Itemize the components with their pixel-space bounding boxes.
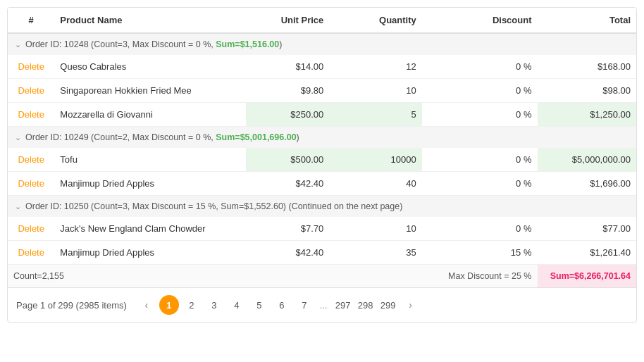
discount-cell: 0 % <box>422 79 538 103</box>
unit-price-cell: $14.00 <box>246 55 330 79</box>
unit-price-cell: $250.00 <box>246 103 330 127</box>
discount-cell: 0 % <box>422 148 538 172</box>
total-cell: $98.00 <box>538 79 637 103</box>
unit-price-cell: $7.70 <box>246 217 330 241</box>
discount-cell: 0 % <box>422 172 538 196</box>
table-row: DeleteQueso Cabrales$14.00120 %$168.00 <box>8 55 636 79</box>
total-cell: $77.00 <box>538 217 637 241</box>
product-name-cell: Singaporean Hokkien Fried Mee <box>54 79 245 103</box>
main-table-container: # Product Name Unit Price Quantity Disco… <box>7 7 637 323</box>
total-cell: $1,696.00 <box>538 172 637 196</box>
page-1-button[interactable]: 1 <box>159 295 179 315</box>
col-header-total: Total <box>538 8 637 33</box>
unit-price-cell: $42.40 <box>246 172 330 196</box>
page-info: Page 1 of 299 (2985 items) <box>16 300 127 311</box>
table-row: DeleteJack's New England Clam Chowder$7.… <box>8 217 636 241</box>
quantity-cell: 10 <box>329 79 421 103</box>
summary-sum: Sum=$6,266,701.64 <box>538 265 637 288</box>
total-cell: $1,250.00 <box>538 103 637 127</box>
col-header-unit-price: Unit Price <box>246 8 330 33</box>
group-header-10248: ⌄Order ID: 10248 (Count=3, Max Discount … <box>8 33 636 55</box>
quantity-cell: 5 <box>329 103 421 127</box>
orders-table: # Product Name Unit Price Quantity Disco… <box>8 8 636 287</box>
page-7-button[interactable]: 7 <box>295 295 314 315</box>
col-header-quantity: Quantity <box>329 8 421 33</box>
col-header-product: Product Name <box>54 8 245 33</box>
prev-page-button[interactable]: ‹ <box>137 295 156 315</box>
col-header-num: # <box>8 8 54 33</box>
quantity-cell: 10000 <box>329 148 421 172</box>
summary-max-discount: Max Discount = 25 % <box>422 265 538 288</box>
product-name-cell: Queso Cabrales <box>54 55 245 79</box>
discount-cell: 0 % <box>422 103 538 127</box>
page-299-button[interactable]: 299 <box>378 295 398 315</box>
table-row: DeleteManjimup Dried Apples$42.403515 %$… <box>8 241 636 265</box>
page-2-button[interactable]: 2 <box>182 295 202 315</box>
delete-button[interactable]: Delete <box>15 177 47 190</box>
table-row: DeleteMozzarella di Giovanni$250.0050 %$… <box>8 103 636 127</box>
group-header-10250: ⌄Order ID: 10250 (Count=3, Max Discount … <box>8 196 636 218</box>
page-6-button[interactable]: 6 <box>272 295 292 315</box>
discount-cell: 15 % <box>422 241 538 265</box>
unit-price-cell: $9.80 <box>246 79 330 103</box>
table-row: DeleteSingaporean Hokkien Fried Mee$9.80… <box>8 79 636 103</box>
total-cell: $1,261.40 <box>538 241 637 265</box>
quantity-cell: 12 <box>329 55 421 79</box>
quantity-cell: 40 <box>329 172 421 196</box>
discount-cell: 0 % <box>422 55 538 79</box>
page-3-button[interactable]: 3 <box>204 295 224 315</box>
delete-button[interactable]: Delete <box>15 246 47 259</box>
page-4-button[interactable]: 4 <box>227 295 247 315</box>
page-5-button[interactable]: 5 <box>249 295 269 315</box>
summary-count: Count=2,155 <box>8 265 246 288</box>
delete-button[interactable]: Delete <box>15 222 47 235</box>
page-dots: ... <box>317 300 330 311</box>
quantity-cell: 35 <box>329 241 421 265</box>
group-header-10249: ⌄Order ID: 10249 (Count=2, Max Discount … <box>8 127 636 149</box>
pagination: Page 1 of 299 (2985 items) ‹ 1 2 3 4 5 6… <box>8 287 636 322</box>
col-header-discount: Discount <box>422 8 538 33</box>
page-298-button[interactable]: 298 <box>356 295 376 315</box>
quantity-cell: 10 <box>329 217 421 241</box>
total-cell: $168.00 <box>538 55 637 79</box>
delete-button[interactable]: Delete <box>15 153 47 166</box>
product-name-cell: Mozzarella di Giovanni <box>54 103 245 127</box>
delete-button[interactable]: Delete <box>15 84 47 97</box>
unit-price-cell: $500.00 <box>246 148 330 172</box>
product-name-cell: Tofu <box>54 148 245 172</box>
total-cell: $5,000,000.00 <box>538 148 637 172</box>
table-row: DeleteManjimup Dried Apples$42.40400 %$1… <box>8 172 636 196</box>
unit-price-cell: $42.40 <box>246 241 330 265</box>
delete-button[interactable]: Delete <box>15 60 47 73</box>
product-name-cell: Jack's New England Clam Chowder <box>54 217 245 241</box>
table-row: DeleteTofu$500.00100000 %$5,000,000.00 <box>8 148 636 172</box>
product-name-cell: Manjimup Dried Apples <box>54 241 245 265</box>
next-page-button[interactable]: › <box>401 295 421 315</box>
discount-cell: 0 % <box>422 217 538 241</box>
delete-button[interactable]: Delete <box>15 108 47 121</box>
summary-row: Count=2,155Max Discount = 25 %Sum=$6,266… <box>8 265 636 288</box>
product-name-cell: Manjimup Dried Apples <box>54 172 245 196</box>
page-297-button[interactable]: 297 <box>333 295 353 315</box>
